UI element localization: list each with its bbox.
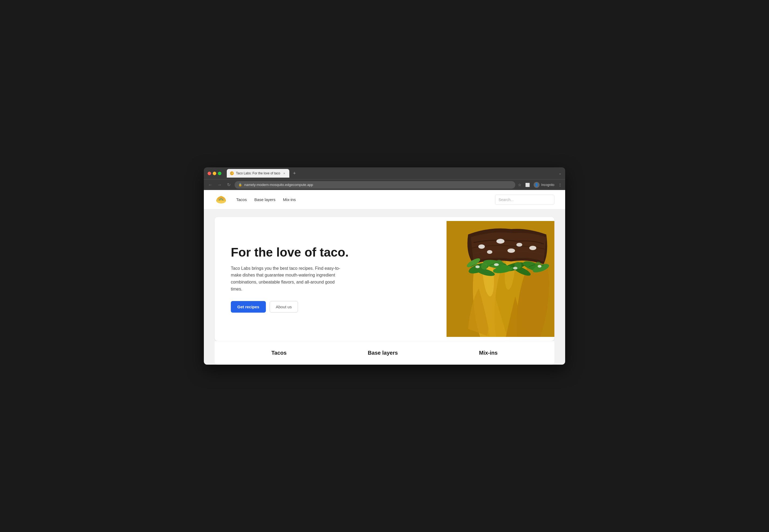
reload-button[interactable]: ↻ bbox=[225, 182, 232, 187]
bookmark-icon[interactable]: ☆ bbox=[518, 183, 522, 187]
hero-image bbox=[447, 221, 554, 337]
nav-tacos[interactable]: Tacos bbox=[236, 197, 247, 202]
hero-buttons: Get recipes About us bbox=[231, 301, 430, 313]
svg-point-11 bbox=[497, 239, 505, 244]
hero-section: For the love of taco. Taco Labs brings y… bbox=[215, 217, 554, 341]
close-window-button[interactable] bbox=[208, 172, 211, 175]
address-bar-actions: ☆ ⬜ 👤 Incognito ⋮ bbox=[518, 182, 562, 188]
get-recipes-button[interactable]: Get recipes bbox=[231, 301, 266, 313]
maximize-window-button[interactable] bbox=[218, 172, 221, 175]
categories-section: Tacos Base layers Mix-ins bbox=[215, 341, 554, 365]
site-nav: Tacos Base layers Mix-ins bbox=[236, 197, 296, 202]
svg-point-31 bbox=[513, 267, 518, 270]
hero-description: Taco Labs brings you the best taco recip… bbox=[231, 265, 344, 292]
title-bar: 🌮 Taco Labs: For the love of taco × + ⌄ bbox=[204, 167, 565, 179]
hero-title: For the love of taco. bbox=[231, 245, 430, 260]
svg-point-25 bbox=[481, 263, 488, 270]
tab-bar: 🌮 Taco Labs: For the love of taco × + bbox=[227, 169, 557, 178]
back-button[interactable]: ← bbox=[207, 182, 213, 187]
svg-point-15 bbox=[508, 248, 515, 253]
incognito-label: Incognito bbox=[541, 183, 554, 187]
title-bar-chevron: ⌄ bbox=[559, 171, 561, 175]
svg-point-10 bbox=[478, 244, 485, 249]
search-bar[interactable]: Search... bbox=[495, 195, 554, 205]
svg-point-12 bbox=[516, 243, 522, 247]
svg-point-30 bbox=[494, 263, 499, 266]
new-tab-button[interactable]: + bbox=[291, 170, 298, 177]
minimize-window-button[interactable] bbox=[213, 172, 216, 175]
svg-point-32 bbox=[538, 265, 542, 268]
search-placeholder: Search... bbox=[499, 198, 514, 202]
page-content: Tacos Base layers Mix-ins Search... For … bbox=[204, 190, 565, 365]
category-mix-ins[interactable]: Mix-ins bbox=[479, 350, 498, 356]
forward-button[interactable]: → bbox=[216, 182, 223, 187]
profile-avatar[interactable]: 👤 bbox=[534, 182, 540, 188]
extension-icon[interactable]: ⬜ bbox=[525, 183, 530, 187]
tab-favicon-icon: 🌮 bbox=[230, 171, 234, 175]
lock-icon: 🔒 bbox=[238, 183, 242, 186]
site-logo[interactable] bbox=[215, 193, 227, 206]
tab-close-button[interactable]: × bbox=[282, 171, 286, 175]
url-display: namely-modern-mosquito.edgecompute.app bbox=[244, 183, 313, 187]
menu-button[interactable]: ⋮ bbox=[558, 183, 562, 187]
hero-text: For the love of taco. Taco Labs brings y… bbox=[215, 229, 447, 329]
category-tacos[interactable]: Tacos bbox=[271, 350, 286, 356]
category-base-layers[interactable]: Base layers bbox=[368, 350, 398, 356]
tab-title: Taco Labs: For the love of taco bbox=[236, 171, 280, 175]
svg-point-14 bbox=[487, 250, 492, 254]
site-header: Tacos Base layers Mix-ins Search... bbox=[204, 190, 565, 209]
address-input[interactable]: 🔒 namely-modern-mosquito.edgecompute.app bbox=[234, 181, 515, 189]
incognito-badge: 👤 Incognito bbox=[534, 182, 554, 188]
nav-base-layers[interactable]: Base layers bbox=[254, 197, 275, 202]
address-bar: ← → ↻ 🔒 namely-modern-mosquito.edgecompu… bbox=[204, 179, 565, 190]
svg-point-29 bbox=[475, 265, 480, 268]
svg-point-13 bbox=[529, 246, 536, 250]
nav-mix-ins[interactable]: Mix-ins bbox=[283, 197, 296, 202]
about-us-button[interactable]: About us bbox=[270, 301, 298, 313]
traffic-lights bbox=[208, 172, 221, 175]
active-tab[interactable]: 🌮 Taco Labs: For the love of taco × bbox=[227, 169, 289, 178]
browser-window: 🌮 Taco Labs: For the love of taco × + ⌄ … bbox=[204, 167, 565, 365]
